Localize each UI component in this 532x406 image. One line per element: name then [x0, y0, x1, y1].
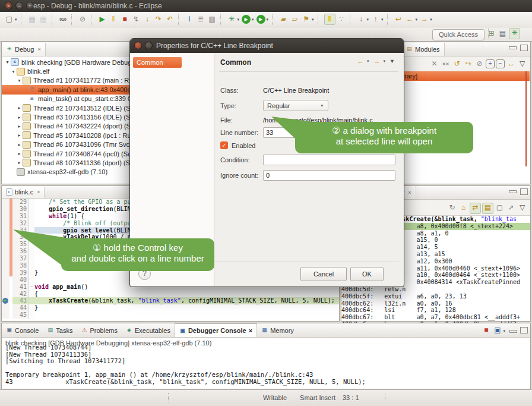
tab-memory[interactable]: ▦Memory: [257, 324, 298, 337]
code-text[interactable]: }: [34, 304, 339, 311]
console-output[interactable]: [New Thread 1073408744][New Thread 10734…: [2, 344, 530, 386]
step-over-icon[interactable]: ↷: [154, 14, 164, 24]
display-console-icon-dropdown[interactable]: ▾: [503, 329, 505, 333]
view-menu-icon[interactable]: ▽: [517, 203, 527, 213]
step-filters-icon[interactable]: ≣: [196, 14, 206, 24]
step-into-icon[interactable]: ↓: [142, 14, 153, 24]
external-tools-icon-dropdown[interactable]: ▾: [267, 17, 269, 22]
terminate-icon[interactable]: ■: [120, 14, 130, 24]
last-edit-location-icon[interactable]: ↩: [394, 14, 404, 24]
gutter-marker-bar[interactable]: [2, 213, 10, 220]
line-number[interactable]: 34: [12, 234, 28, 241]
back-dropdown-icon[interactable]: ▾: [367, 59, 369, 64]
disasm-line[interactable]: 400dbc67: blt a0, a7, 0x400dbc81 <__addd…: [341, 314, 530, 321]
binary-icon[interactable]: 010: [58, 14, 68, 24]
forward-icon[interactable]: →: [419, 14, 429, 24]
gutter-marker-bar[interactable]: [2, 220, 10, 227]
debug-tree-item[interactable]: ▾cblink checking [GDB Hardware Debugging…: [2, 58, 131, 67]
go-home-icon[interactable]: ⌂: [458, 203, 468, 213]
debug-perspective-icon[interactable]: ✳: [509, 28, 520, 39]
line-number[interactable]: 40: [12, 276, 28, 284]
pin-view-icon[interactable]: ↗: [506, 203, 516, 213]
minimize-icon[interactable]: [509, 46, 517, 49]
code-text[interactable]: xTaskCreate(&blink_task, "blink_task", c…: [34, 297, 339, 304]
display-console-icon[interactable]: ▣: [492, 325, 502, 335]
folder-run-icon[interactable]: ▱: [290, 14, 300, 24]
cancel-button[interactable]: Cancel: [300, 267, 347, 281]
gutter-marker-bar[interactable]: [2, 227, 10, 234]
open-perspective-icon[interactable]: ⊞: [486, 29, 496, 39]
tree-expanded-icon[interactable]: ▾: [16, 78, 23, 83]
next-annotation-icon-dropdown[interactable]: ▾: [367, 17, 369, 22]
breakpoint-gutter[interactable]: [2, 297, 10, 304]
debug-tree-item[interactable]: xtensa-esp32-elf-gdb (7.10): [2, 168, 131, 177]
line-number[interactable]: 35: [12, 241, 28, 248]
window-close-button[interactable]: ×: [5, 2, 12, 10]
line-number[interactable]: 41: [12, 284, 28, 291]
line-number[interactable]: 43: [12, 297, 28, 304]
tab-tasks[interactable]: ▤Tasks: [43, 324, 77, 337]
tab-modules[interactable]: ▤ Modules: [402, 43, 445, 56]
run-icon-dropdown[interactable]: ▾: [252, 17, 254, 22]
code-text[interactable]: {: [34, 291, 339, 298]
go-into-icon[interactable]: ↪: [463, 59, 473, 69]
modules-selected-row[interactable]: rary]: [403, 71, 530, 81]
back-icon-dropdown[interactable]: ▾: [416, 17, 418, 22]
reset-icon[interactable]: ↺: [452, 59, 462, 69]
expand-all-icon[interactable]: +: [486, 59, 495, 68]
instruction-stepping-icon[interactable]: i: [185, 14, 195, 24]
debug-tree-item[interactable]: ▸Thread #5 1073410208 (ipc1 : Running): [2, 131, 131, 140]
tree-collapsed-icon[interactable]: ▸: [16, 115, 23, 120]
window-minimize-button[interactable]: −: [15, 2, 23, 10]
tab-blink-c[interactable]: c blink.c ×: [2, 187, 45, 198]
view-menu-icon[interactable]: ▽: [517, 59, 527, 69]
back-icon[interactable]: ←: [405, 14, 415, 24]
sync-selection-icon[interactable]: ⇄: [470, 203, 481, 214]
new-wizard-icon-dropdown[interactable]: ▾: [15, 17, 17, 22]
gutter-marker-bar[interactable]: [2, 241, 10, 248]
terminate-console-icon[interactable]: ■: [481, 325, 491, 335]
debug-tree-item[interactable]: ▾blink.elf: [2, 67, 131, 75]
debug-tree-item[interactable]: ▸Thread #7 1073408744 (ipc0) (Suspended): [2, 149, 131, 158]
previous-annotation-icon-dropdown[interactable]: ▾: [381, 17, 384, 22]
dialog-close-button[interactable]: [134, 42, 142, 49]
line-number[interactable]: 39: [12, 269, 28, 276]
debug-icon-dropdown[interactable]: ▾: [238, 17, 240, 22]
save-icon[interactable]: ▦: [27, 14, 37, 24]
maximize-icon[interactable]: [520, 188, 528, 195]
tree-collapsed-icon[interactable]: ▸: [16, 105, 23, 111]
gutter-marker-bar[interactable]: [2, 269, 10, 276]
gutter-marker-bar[interactable]: [2, 262, 10, 269]
tree-collapsed-icon[interactable]: ▸: [16, 160, 23, 165]
debug-icon[interactable]: ✳: [227, 14, 237, 24]
quick-access-button[interactable]: Quick Access: [432, 29, 484, 40]
tab-executables[interactable]: ◈Executables: [122, 324, 175, 337]
ignore-count-input[interactable]: [263, 170, 395, 181]
gutter-marker-bar[interactable]: [2, 199, 10, 206]
code-line[interactable]: 42{: [2, 291, 339, 298]
editor-presentation-icon[interactable]: ∵: [337, 14, 347, 24]
tab-problems[interactable]: ⚠Problems: [77, 324, 121, 337]
gutter-marker-bar[interactable]: [2, 248, 10, 255]
enabled-checkbox[interactable]: ✓: [220, 141, 228, 149]
line-number[interactable]: 38: [12, 262, 28, 269]
remove-icon[interactable]: ✕: [429, 59, 439, 69]
gutter-marker-bar[interactable]: [2, 311, 10, 319]
disasm-line[interactable]: 400dbc62: l32i.n a0, a0, 16: [341, 300, 530, 307]
debug-tree-item[interactable]: ▸Thread #6 1073431096 (Tmr Svc) (Suspend…: [2, 140, 131, 149]
code-line[interactable]: 43 xTaskCreate(&blink_task, "blink_task"…: [2, 297, 339, 304]
minimize-icon[interactable]: [509, 190, 517, 193]
debug-tree-item[interactable]: ▾Thread #1 1073411772 (main : Running): [2, 76, 131, 85]
debug-tree-item[interactable]: ≡main_task() at cpu_start.c:339 0x40: [2, 95, 131, 103]
back-icon[interactable]: ←: [357, 57, 364, 65]
sidebar-item-common[interactable]: Common: [133, 57, 182, 68]
save-all-icon[interactable]: ▦: [39, 14, 49, 24]
tab-debugger-console[interactable]: ▣Debugger Console×: [175, 323, 257, 337]
flag-icon[interactable]: ⚑: [301, 14, 311, 24]
line-number[interactable]: 45: [12, 311, 28, 319]
gutter-marker-bar[interactable]: [2, 284, 10, 291]
gutter-marker-bar[interactable]: [2, 304, 10, 311]
mark-occurrences-icon[interactable]: ▮: [324, 14, 335, 25]
condition-input[interactable]: [263, 155, 395, 165]
code-text[interactable]: [34, 311, 339, 319]
